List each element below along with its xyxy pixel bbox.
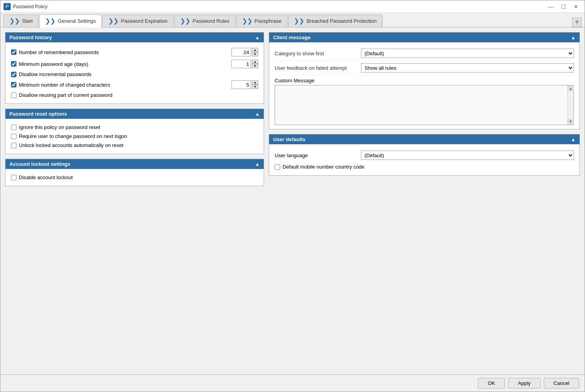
account-lockout-panel: Account lockout settings ▲ Disable accou… bbox=[5, 159, 264, 186]
password-reset-collapse[interactable]: ▲ bbox=[255, 111, 260, 117]
custom-message-input[interactable] bbox=[275, 85, 567, 125]
account-lockout-title: Account lockout settings bbox=[9, 161, 70, 167]
password-reset-header: Password reset options ▲ bbox=[5, 109, 264, 119]
restore-button[interactable]: ☐ bbox=[558, 2, 569, 11]
feedback-dropdown-wrapper: Show all rules bbox=[361, 63, 574, 73]
user-defaults-panel: User defaults ▲ User language (Default) bbox=[269, 134, 580, 176]
tab-breached[interactable]: ❯❯ Breached Password Protection bbox=[288, 15, 382, 27]
tab-rules-icon: ❯❯ bbox=[180, 17, 190, 25]
tabbar: ❯❯ Start ❯❯ General Settings ❯❯ Password… bbox=[0, 13, 585, 27]
feedback-dropdown[interactable]: Show all rules bbox=[361, 63, 574, 73]
mobile-row: Default mobile number country code bbox=[275, 162, 574, 171]
help-button[interactable]: ? bbox=[572, 18, 581, 27]
user-defaults-collapse[interactable]: ▲ bbox=[571, 137, 576, 142]
num-remembered-text: Number of remembered passwords bbox=[19, 49, 99, 55]
close-button[interactable]: ✕ bbox=[570, 2, 581, 11]
main-content: Password history ▲ Number of remembered … bbox=[0, 27, 585, 374]
disallow-incremental-label[interactable]: Disallow incremental passwords bbox=[11, 71, 258, 77]
tab-general-icon: ❯❯ bbox=[45, 17, 55, 25]
apply-button[interactable]: Apply bbox=[508, 378, 541, 388]
tab-start[interactable]: ❯❯ Start bbox=[4, 15, 38, 27]
window: P Password Policy — ☐ ✕ ❯❯ Start ❯❯ Gene… bbox=[0, 0, 585, 392]
language-label: User language bbox=[275, 152, 361, 158]
custom-message-container: ▲ ▼ bbox=[275, 85, 574, 125]
disallow-reusing-label[interactable]: Disallow reusing part of current passwor… bbox=[11, 92, 258, 98]
scrollbar-track bbox=[568, 92, 574, 118]
disallow-incremental-text: Disallow incremental passwords bbox=[19, 71, 91, 77]
scrollbar-down-button[interactable]: ▼ bbox=[568, 118, 574, 125]
tab-password-expiration[interactable]: ❯❯ Password Expiration bbox=[102, 15, 173, 27]
password-history-title: Password history bbox=[9, 34, 52, 40]
min-changed-checkbox[interactable] bbox=[11, 82, 16, 87]
mobile-label[interactable]: Default mobile number country code bbox=[275, 164, 574, 170]
tab-password-rules[interactable]: ❯❯ Password Rules bbox=[174, 15, 235, 27]
password-history-panel: Password history ▲ Number of remembered … bbox=[5, 32, 264, 104]
unlock-locked-label[interactable]: Unlock locked accounts automatically on … bbox=[11, 142, 258, 148]
require-change-checkbox[interactable] bbox=[11, 134, 16, 139]
disallow-incremental-row: Disallow incremental passwords bbox=[11, 70, 258, 79]
num-remembered-up[interactable]: ▲ bbox=[252, 48, 258, 52]
num-remembered-spinner: ▲ ▼ bbox=[231, 48, 258, 56]
tab-breached-icon: ❯❯ bbox=[294, 17, 304, 25]
tab-rules-label: Password Rules bbox=[193, 18, 230, 24]
language-dropdown[interactable]: (Default) bbox=[361, 151, 574, 160]
tab-general-settings[interactable]: ❯❯ General Settings bbox=[39, 15, 102, 27]
min-age-input[interactable] bbox=[231, 60, 251, 68]
mobile-checkbox[interactable] bbox=[275, 164, 280, 170]
cancel-button[interactable]: Cancel bbox=[544, 378, 579, 388]
unlock-locked-row: Unlock locked accounts automatically on … bbox=[11, 141, 258, 150]
tab-passphrase[interactable]: ❯❯ Passphrase bbox=[236, 15, 288, 27]
disable-lockout-label[interactable]: Disable account lockout bbox=[11, 174, 258, 180]
ignore-policy-text: Ignore this policy on password reset bbox=[19, 124, 100, 130]
feedback-label: User feedback on failed attempt bbox=[275, 65, 361, 71]
mobile-text: Default mobile number country code bbox=[282, 164, 364, 170]
tab-expiration-icon: ❯❯ bbox=[108, 17, 118, 25]
min-changed-down[interactable]: ▼ bbox=[252, 85, 258, 89]
disallow-reusing-checkbox[interactable] bbox=[11, 93, 16, 98]
min-changed-text: Minimum number of changed characters bbox=[19, 82, 110, 88]
min-age-checkbox[interactable] bbox=[11, 61, 16, 67]
right-column: Client message ▲ Category to show first … bbox=[269, 32, 580, 370]
ignore-policy-checkbox[interactable] bbox=[11, 125, 16, 130]
min-age-spinner: ▲ ▼ bbox=[231, 60, 258, 68]
min-changed-up[interactable]: ▲ bbox=[252, 80, 258, 85]
disable-lockout-checkbox[interactable] bbox=[11, 175, 16, 180]
disable-lockout-row: Disable account lockout bbox=[11, 173, 258, 182]
custom-message-scrollbar: ▲ ▼ bbox=[567, 85, 574, 125]
language-dropdown-wrapper: (Default) bbox=[361, 151, 574, 160]
minimize-button[interactable]: — bbox=[545, 2, 556, 11]
num-remembered-checkbox[interactable] bbox=[11, 49, 16, 55]
tab-start-label: Start bbox=[22, 18, 33, 24]
ignore-policy-label[interactable]: Ignore this policy on password reset bbox=[11, 124, 258, 130]
min-age-label[interactable]: Minimum password age (days) bbox=[11, 61, 231, 67]
min-age-up[interactable]: ▲ bbox=[252, 60, 258, 64]
unlock-locked-checkbox[interactable] bbox=[11, 143, 16, 148]
user-defaults-body: User language (Default) Default mobile n… bbox=[269, 144, 580, 175]
min-changed-spinner: ▲ ▼ bbox=[231, 80, 258, 89]
num-remembered-label[interactable]: Number of remembered passwords bbox=[11, 49, 231, 55]
min-changed-label[interactable]: Minimum number of changed characters bbox=[11, 82, 231, 88]
require-change-text: Require user to change password on next … bbox=[19, 133, 127, 139]
client-message-collapse[interactable]: ▲ bbox=[571, 35, 576, 40]
user-defaults-title: User defaults bbox=[273, 136, 305, 142]
account-lockout-header: Account lockout settings ▲ bbox=[5, 159, 264, 169]
disable-lockout-text: Disable account lockout bbox=[19, 174, 73, 180]
num-remembered-input[interactable] bbox=[231, 48, 251, 56]
min-age-down[interactable]: ▼ bbox=[252, 64, 258, 68]
titlebar-controls: — ☐ ✕ bbox=[545, 2, 581, 11]
ok-button[interactable]: OK bbox=[478, 378, 505, 388]
scrollbar-up-button[interactable]: ▲ bbox=[568, 85, 574, 92]
account-lockout-collapse[interactable]: ▲ bbox=[255, 162, 260, 167]
min-changed-spinner-btns: ▲ ▼ bbox=[252, 80, 258, 89]
require-change-label[interactable]: Require user to change password on next … bbox=[11, 133, 258, 139]
app-icon: P bbox=[4, 3, 11, 10]
password-history-collapse[interactable]: ▲ bbox=[255, 35, 260, 40]
svg-text:P: P bbox=[5, 4, 9, 9]
tab-start-icon: ❯❯ bbox=[9, 17, 20, 25]
num-remembered-down[interactable]: ▼ bbox=[252, 52, 258, 56]
num-remembered-spinner-btns: ▲ ▼ bbox=[252, 48, 258, 56]
category-dropdown[interactable]: (Default) bbox=[361, 49, 574, 58]
disallow-incremental-checkbox[interactable] bbox=[11, 72, 16, 77]
language-row: User language (Default) bbox=[275, 148, 574, 162]
min-changed-input[interactable] bbox=[231, 80, 251, 89]
